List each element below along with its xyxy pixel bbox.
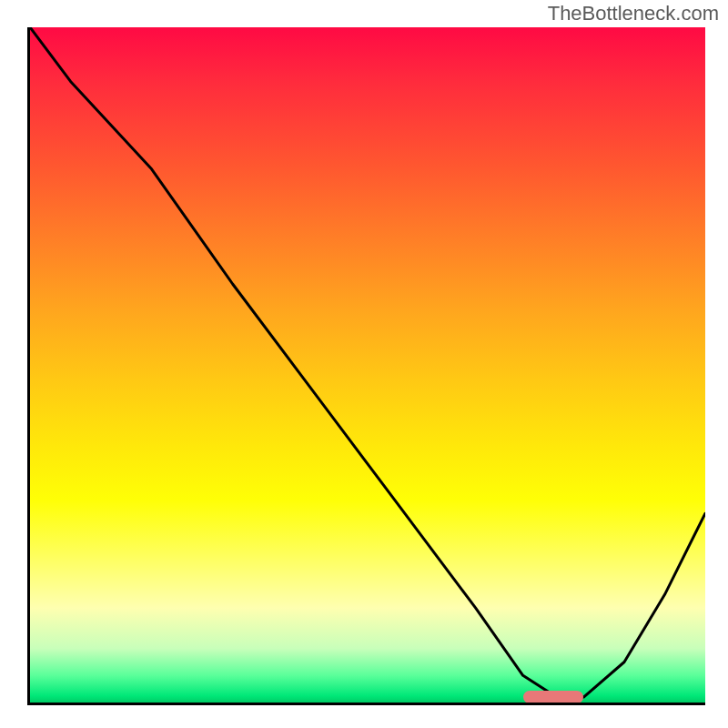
chart-curve-svg <box>30 27 705 703</box>
chart-plot-area <box>27 27 705 705</box>
bottleneck-curve-line <box>30 27 705 697</box>
watermark-label: TheBottleneck.com <box>548 2 719 25</box>
optimal-range-marker <box>523 691 584 703</box>
